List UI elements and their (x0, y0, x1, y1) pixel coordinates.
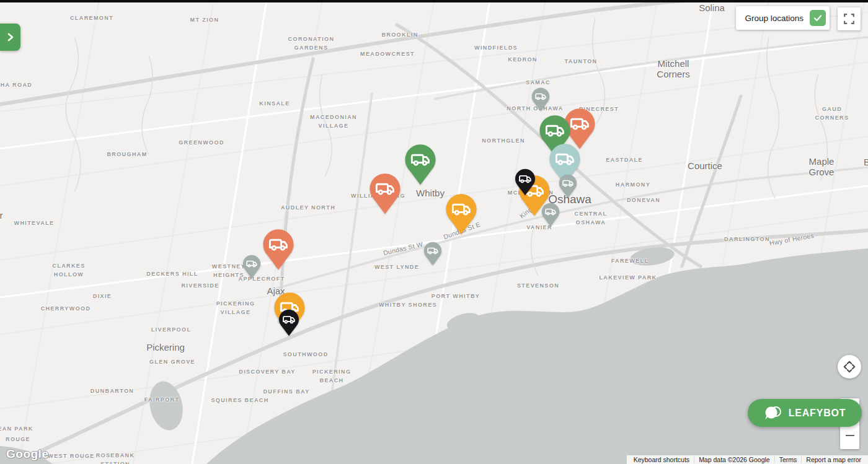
orange-truck-marker[interactable] (262, 229, 294, 271)
green-truck-marker[interactable] (404, 144, 436, 186)
attribution-link[interactable]: Report a map error (801, 456, 866, 463)
pan-arrows-icon (843, 360, 856, 374)
gray-truck-marker[interactable] (559, 174, 577, 198)
checkmark-icon (813, 13, 823, 23)
google-logo[interactable]: Google (6, 447, 48, 461)
gray-truck-marker[interactable] (531, 87, 550, 112)
leafybot-label: LEAFYBOT (789, 408, 846, 419)
gray-truck-marker[interactable] (242, 255, 261, 279)
fullscreen-button[interactable] (838, 7, 861, 30)
map-app: CLAREMONTMT ZIONCORONATION GARDENSBROOKL… (0, 0, 868, 464)
truck-pin-icon (541, 203, 560, 227)
truck-pin-icon (242, 255, 261, 279)
group-locations-panel: Group locations (736, 6, 830, 30)
sidebar-expand-button[interactable] (0, 24, 20, 51)
truck-pin-icon (278, 309, 299, 336)
gray-truck-marker[interactable] (541, 203, 560, 227)
leafybot-chat-button[interactable]: LEAFYBOT (748, 399, 862, 427)
truck-pin-icon (515, 169, 536, 196)
fullscreen-corners-icon (844, 14, 854, 24)
pan-button[interactable] (838, 355, 861, 379)
map-markers (0, 0, 868, 464)
truck-pin-icon (423, 242, 442, 266)
black-truck-marker[interactable] (515, 169, 536, 196)
chevron-right-icon (6, 33, 15, 42)
truck-pin-icon (262, 229, 294, 271)
attribution-bar: Keyboard shortcutsMap data ©2026 GoogleT… (627, 455, 868, 464)
truck-pin-icon (369, 173, 401, 215)
yellow-truck-marker[interactable] (445, 193, 477, 235)
attribution-link[interactable]: Map data ©2026 Google (694, 456, 774, 463)
truck-pin-icon (559, 174, 577, 198)
zoom-out-button[interactable] (840, 427, 859, 444)
attribution-link[interactable]: Terms (774, 456, 802, 463)
speech-bubbles-icon (764, 405, 782, 421)
attribution-link[interactable]: Keyboard shortcuts (629, 456, 694, 463)
black-truck-marker[interactable] (278, 309, 299, 336)
group-locations-checkbox[interactable] (810, 10, 826, 26)
gray-truck-marker[interactable] (423, 242, 442, 266)
minus-icon (846, 435, 854, 437)
group-locations-label: Group locations (745, 14, 804, 23)
truck-pin-icon (404, 144, 436, 186)
top-border-bar (0, 0, 868, 2)
truck-pin-icon (531, 87, 550, 112)
truck-pin-icon (445, 193, 477, 235)
orange-truck-marker[interactable] (369, 173, 401, 215)
